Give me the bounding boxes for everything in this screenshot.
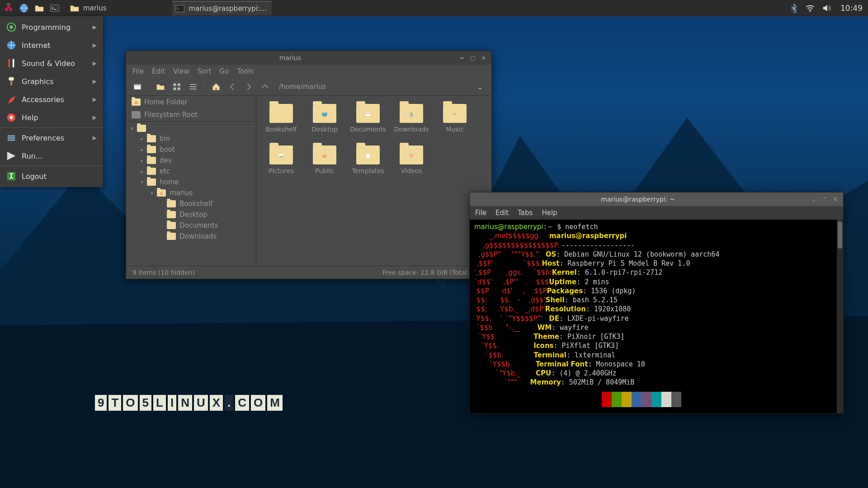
svg-rect-33 [367, 113, 369, 114]
preferences-icon [6, 133, 16, 143]
folder-music[interactable]: Music [436, 104, 473, 133]
minimize-button[interactable]: ━ [458, 54, 466, 62]
task-terminal[interactable]: marius@raspberrypi:... [172, 1, 272, 15]
folder-documents[interactable]: Documents [349, 104, 387, 133]
tree-item[interactable]: Bookshelf [126, 198, 256, 209]
menu-view[interactable]: View [173, 67, 189, 75]
terminal-launcher-icon[interactable] [49, 2, 61, 14]
graphics-icon [6, 76, 16, 86]
menu-logout[interactable]: Logout [0, 167, 103, 185]
path-dropdown-icon[interactable]: ⌄ [473, 80, 487, 94]
folder-videos[interactable]: Videos [393, 145, 430, 174]
menu-accessories[interactable]: Accessories▶ [0, 90, 103, 108]
place-home[interactable]: Home Folder [126, 96, 256, 108]
svg-point-8 [9, 25, 13, 28]
tree-item[interactable]: Desktop [126, 209, 256, 220]
maximize-button[interactable]: ⌃ [821, 195, 829, 203]
svg-rect-40 [366, 154, 369, 158]
folder-icon [167, 200, 176, 207]
menu-edit[interactable]: Edit [495, 209, 509, 217]
folder-icon [269, 145, 293, 164]
folder-icon [157, 189, 166, 197]
folder-templates[interactable]: Templates [349, 145, 387, 174]
menu-launcher-icon[interactable] [3, 2, 14, 14]
close-button[interactable]: ✕ [831, 195, 840, 203]
tree-item[interactable]: ▸bin [126, 133, 256, 144]
tree-item[interactable]: Documents [126, 220, 256, 231]
toolbar: /home/marius ⌄ [126, 78, 491, 96]
scrollbar[interactable] [837, 220, 843, 413]
clock[interactable]: 10:49 [838, 4, 865, 13]
back-button[interactable] [226, 80, 239, 94]
place-root[interactable]: Filesystem Root [126, 108, 256, 121]
folder-icon [147, 168, 156, 175]
svg-point-0 [7, 5, 10, 8]
tree-item[interactable]: ▸dev [126, 155, 256, 166]
view-list-button[interactable] [186, 80, 200, 94]
folder-icon [167, 222, 176, 229]
terminal-icon [175, 4, 185, 14]
minimize-button[interactable]: ⌄ [810, 195, 818, 203]
menu-help[interactable]: Help▶ [0, 108, 103, 127]
menu-programming[interactable]: Programming▶ [0, 18, 103, 36]
menu-help[interactable]: Help [542, 209, 557, 217]
terminal-window: marius@raspberrypi: ~ ⌄ ⌃ ✕ File Edit Ta… [469, 192, 844, 413]
menu-file[interactable]: File [132, 67, 144, 75]
menu-run[interactable]: Run... [0, 147, 103, 165]
menu-sound-video[interactable]: Sound & Video▶ [0, 54, 103, 72]
folder-view[interactable]: BookshelfDesktopDocumentsDownloadsMusicP… [256, 96, 491, 266]
maximize-button[interactable]: ▢ [469, 54, 477, 62]
folder-desktop[interactable]: Desktop [306, 104, 343, 133]
tree-item[interactable]: ▾marius [126, 188, 256, 198]
close-button[interactable]: ✕ [480, 54, 488, 62]
folder-bookshelf[interactable]: Bookshelf [263, 104, 300, 133]
tree-item[interactable]: ▾home [126, 177, 256, 188]
view-icons-button[interactable] [154, 80, 167, 94]
tree-item[interactable]: Downloads [126, 231, 256, 242]
svg-rect-18 [8, 140, 15, 141]
tree-item[interactable]: ▸boot [126, 144, 256, 155]
browser-launcher-icon[interactable] [18, 2, 30, 14]
folder-icon [313, 145, 336, 164]
status-items: 9 items (10 hidden) [132, 269, 195, 276]
folder-downloads[interactable]: Downloads [393, 104, 430, 133]
menu-file[interactable]: File [475, 209, 486, 217]
tree-root[interactable]: ▾ [126, 123, 256, 133]
home-button[interactable] [209, 80, 223, 94]
filemanager-launcher-icon[interactable] [33, 2, 45, 14]
menubar: File Edit Tabs Help [470, 206, 843, 220]
menu-go[interactable]: Go [220, 67, 229, 75]
window-title: marius [126, 54, 454, 61]
tree-item[interactable]: ▸etc [126, 166, 256, 177]
terminal-output[interactable]: marius@raspberrypi:~ $ neofetch _,met$$$… [470, 220, 843, 413]
statusbar: 9 items (10 hidden) Free space: 22.8 GiB… [126, 266, 491, 279]
menu-sort[interactable]: Sort [198, 67, 212, 75]
task-filemanager[interactable]: marius [67, 1, 112, 15]
new-tab-button[interactable] [131, 80, 144, 94]
folder-icon [269, 104, 293, 123]
wifi-icon[interactable] [805, 2, 815, 14]
titlebar[interactable]: marius ━ ▢ ✕ [126, 51, 491, 65]
up-button[interactable] [258, 80, 272, 94]
folder-icon [147, 178, 156, 186]
menu-tools[interactable]: Tools [237, 67, 254, 75]
titlebar[interactable]: marius@raspberrypi: ~ ⌄ ⌃ ✕ [470, 192, 843, 206]
menu-internet[interactable]: Internet▶ [0, 36, 103, 54]
home-icon [132, 99, 141, 106]
forward-button[interactable] [242, 80, 255, 94]
menu-graphics[interactable]: Graphics▶ [0, 72, 103, 90]
view-thumbs-button[interactable] [170, 80, 184, 94]
svg-rect-13 [10, 80, 12, 85]
menu-edit[interactable]: Edit [152, 67, 165, 75]
svg-rect-39 [322, 156, 326, 158]
svg-point-1 [5, 8, 8, 11]
menu-preferences[interactable]: Preferences▶ [0, 129, 103, 147]
path-entry[interactable]: /home/marius [274, 81, 471, 93]
folder-pictures[interactable]: Pictures [263, 145, 300, 174]
volume-icon[interactable] [821, 2, 831, 14]
folder-icon [70, 3, 80, 13]
menu-tabs[interactable]: Tabs [518, 209, 533, 217]
disk-icon [132, 111, 141, 118]
folder-public[interactable]: Public [306, 145, 343, 174]
bluetooth-icon[interactable] [789, 2, 799, 14]
